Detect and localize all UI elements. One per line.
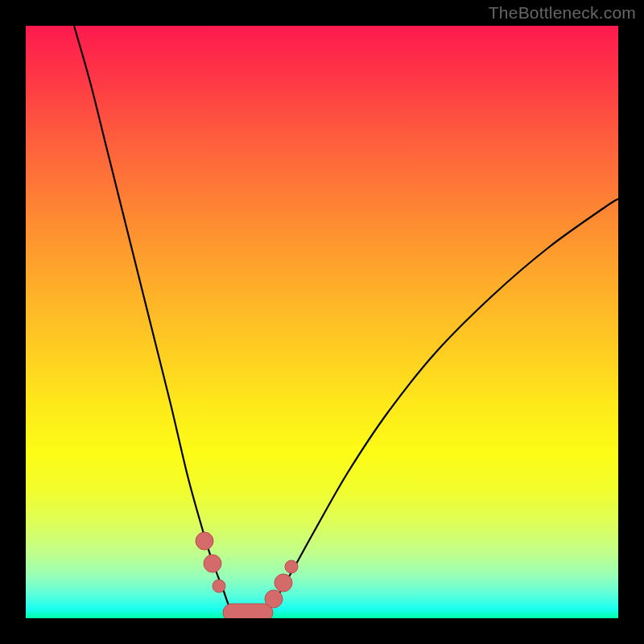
curve-marker (285, 560, 298, 573)
curve-marker (275, 574, 292, 592)
curve-layer (26, 26, 618, 618)
curve-marker (196, 532, 213, 550)
curve-marker (204, 555, 221, 572)
bottleneck-curve (74, 26, 618, 617)
watermark-text: TheBottleneck.com (489, 3, 636, 23)
trough-bar (223, 604, 273, 618)
plot-area (26, 26, 618, 618)
chart-frame: TheBottleneck.com (0, 0, 644, 644)
curve-marker (265, 590, 283, 608)
curve-marker (213, 580, 225, 592)
